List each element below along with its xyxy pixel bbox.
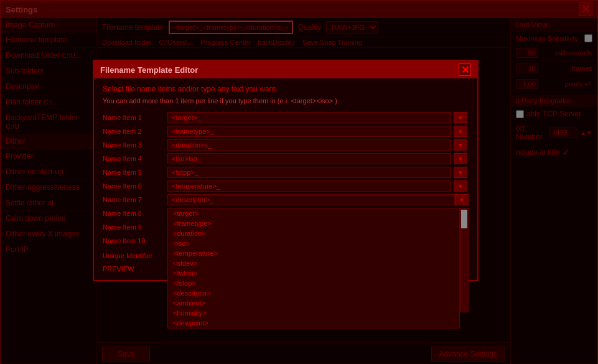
name-items-grid: Name Item 1 ▼ Name item 2 ▼ Name Item 3 …: [103, 112, 469, 246]
dropdown-option-humidity[interactable]: <humidity>: [168, 308, 459, 318]
name-item-1-input[interactable]: [167, 112, 451, 123]
unique-identifier-label: Unique Identifier: [103, 250, 165, 261]
dropdown-option-frametype[interactable]: <frametype>: [168, 218, 459, 228]
name-item-4-label: Name Item 4: [103, 153, 165, 164]
scrollbar-thumb[interactable]: [461, 210, 467, 228]
dropdown-option-descriptor[interactable]: <descriptor>: [168, 288, 459, 298]
dropdown-option-iso[interactable]: <iso>: [168, 238, 459, 248]
modal-title: Filename Template Editor: [100, 65, 198, 75]
dropdown-option-stdev[interactable]: <stdev>: [168, 258, 459, 268]
name-item-5-dropdown[interactable]: ▼: [454, 167, 467, 178]
preview-label: PREVIEW: [103, 264, 165, 274]
name-item-5-label: Name Item 5: [103, 167, 165, 178]
dropdown-option-duration[interactable]: <duration>: [168, 228, 459, 238]
name-item-5-input[interactable]: [167, 167, 451, 178]
name-item-7-input[interactable]: [167, 194, 455, 205]
name-item-2-dropdown[interactable]: ▼: [454, 126, 467, 137]
name-item-7-label: Name Item 7: [103, 194, 165, 205]
name-item-4-input[interactable]: [167, 153, 451, 164]
modal-title-bar: Filename Template Editor ✕: [94, 61, 477, 78]
dropdown-option-temperature[interactable]: <temperature>: [168, 248, 459, 258]
modal-body: Select file name items and/or type any t…: [94, 78, 477, 280]
name-item-8-label: Name Item 8: [103, 208, 165, 219]
dropdown-option-target[interactable]: <target>: [168, 208, 459, 218]
modal-description1: Select file name items and/or type any t…: [103, 85, 469, 93]
modal-description2: You can add more than 1 item per line if…: [103, 97, 469, 105]
name-item-6-dropdown[interactable]: ▼: [454, 180, 467, 192]
dropdown-option-dewpoint[interactable]: <dewpoint>: [168, 318, 459, 328]
main-window: Settings ✕ Image Capture Filename templa…: [0, 0, 598, 364]
dropdown-list-7: <target> <frametype> <duration> <iso> <t…: [167, 208, 460, 329]
name-item-3-input[interactable]: [167, 139, 451, 151]
dropdown-option-ambient[interactable]: <ambient>: [168, 298, 459, 308]
name-item-10-label: Name item 10: [103, 235, 165, 246]
name-item-2-label: Name item 2: [103, 126, 165, 137]
name-item-3-dropdown[interactable]: ▼: [454, 139, 467, 151]
name-item-9-label: Name Item 9: [103, 222, 165, 233]
modal-close-button[interactable]: ✕: [459, 63, 471, 76]
dropdown-scrollbar[interactable]: [460, 208, 469, 312]
name-item-7-dropdown[interactable]: ▼: [455, 194, 469, 205]
dropdown-option-fwhm[interactable]: <fwhm>: [168, 268, 459, 278]
name-item-2-input[interactable]: [167, 126, 451, 137]
name-item-6-input[interactable]: [167, 180, 451, 192]
name-item-4-dropdown[interactable]: ▼: [454, 153, 467, 164]
name-item-6-label: Name Item 6: [103, 180, 165, 192]
name-item-1-label: Name Item 1: [103, 112, 165, 123]
name-item-1-dropdown[interactable]: ▼: [454, 112, 467, 123]
name-item-3-label: Name Item 3: [103, 139, 165, 151]
name-item-7-container: ▼ <target> <frametype> <duration> <iso> …: [167, 194, 469, 205]
dropdown-option-fstop[interactable]: <fstop>: [168, 278, 459, 288]
filename-template-modal: Filename Template Editor ✕ Select file n…: [93, 60, 479, 281]
